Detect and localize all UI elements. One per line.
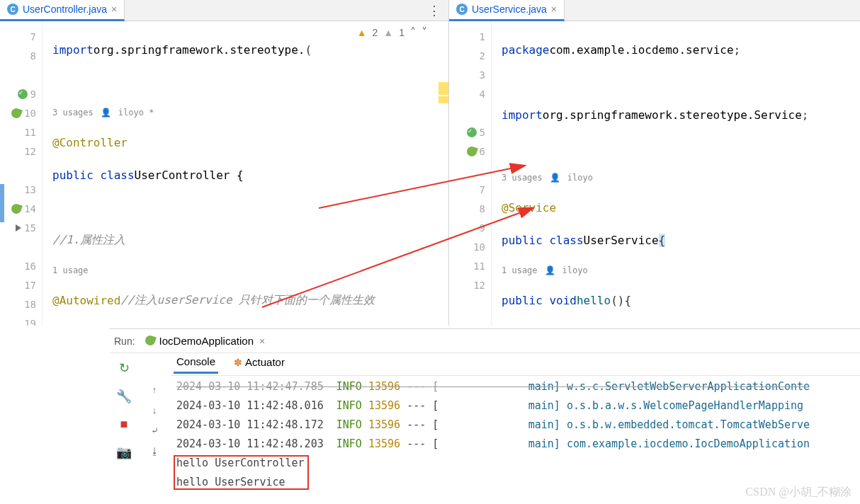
author-hint[interactable]: iloyo	[567, 173, 593, 183]
log-line: 2024-03-10 11:42:47.785 INFO 13596 --- […	[176, 380, 810, 393]
usages-hint[interactable]: 3 usages	[52, 108, 94, 118]
kw: public class	[52, 168, 135, 182]
java-class-icon: C	[7, 4, 18, 15]
scroll-to-end-icon[interactable]: ⭳	[150, 446, 159, 457]
left-gutter[interactable]: 7 8 . 9 10 11 12 . 13 14 15 . 16 17 18 1…	[0, 21, 43, 326]
spring-bean-icon	[465, 145, 478, 158]
tab-userservice[interactable]: C UserService.java ×	[449, 0, 565, 21]
comment: //1.属性注入	[52, 233, 125, 248]
right-code[interactable]: package com.example.iocdemo.service; imp…	[492, 21, 860, 326]
down-arrow-icon[interactable]: ↓	[152, 405, 157, 416]
class-name: UserService	[584, 234, 659, 247]
author-hint[interactable]: iloyo	[562, 265, 588, 275]
wrench-icon[interactable]: 🔧	[116, 389, 132, 404]
run-tool-window: Run: IocDemoApplication × ↻ 🔧 ■ 📷 ↑ ↓ ⤶ …	[110, 328, 860, 504]
run-label: Run:	[114, 336, 135, 347]
annotation: @Controller	[52, 136, 128, 149]
left-tabs: C UserController.java × ⋮	[0, 0, 448, 21]
comment: //注入userService 只针对下面的一个属性生效	[120, 293, 375, 308]
right-tabs: C UserService.java ×	[449, 0, 860, 21]
usages-hint[interactable]: 3 usages	[502, 173, 543, 183]
usages-hint[interactable]: 1 usage	[502, 265, 538, 275]
run-app-name[interactable]: IocDemoApplication	[159, 335, 254, 347]
user-icon: 👤	[101, 108, 111, 118]
tab-usercontroller[interactable]: C UserController.java ×	[0, 0, 125, 21]
watermark: CSDN @小胡_不糊涂	[746, 485, 851, 500]
spring-bean-icon	[10, 202, 23, 215]
left-code[interactable]: import import org.springframework.stereo…	[43, 21, 448, 326]
more-options-icon[interactable]: ⋮	[428, 3, 441, 18]
up-arrow-icon[interactable]: ↑	[152, 384, 157, 395]
run-tabs: Console ✽Actuator	[171, 353, 860, 376]
log-line: 2024-03-10 11:42:48.203 INFO 13596 --- […	[176, 437, 810, 450]
run-toolbar: ↻ 🔧 ■ 📷	[110, 353, 138, 504]
editor-right-pane: C UserService.java × 1 2 3 4 . 5 6 . 7 8…	[449, 0, 860, 326]
actuator-tab-label: Actuator	[245, 356, 285, 368]
right-gutter[interactable]: 1 2 3 4 . 5 6 . 7 8 9 10 11 12	[449, 21, 492, 326]
brace: {	[659, 234, 666, 247]
user-icon: 👤	[545, 265, 555, 275]
rerun-icon[interactable]: ↻	[119, 360, 130, 376]
console-tab[interactable]: Console	[174, 355, 218, 374]
stdout-line: hello UserController	[176, 457, 305, 469]
close-icon[interactable]: ×	[259, 336, 265, 347]
close-icon[interactable]: ×	[551, 4, 557, 15]
kw: public void	[502, 294, 577, 307]
annotation: @Autowired	[52, 294, 120, 307]
usages-hint[interactable]: 1 usage	[52, 265, 89, 275]
log-line: 2024-03-10 11:42:48.172 INFO 13596 --- […	[176, 418, 810, 431]
soft-wrap-icon[interactable]: ⤶	[151, 425, 159, 436]
class-name: UserController {	[135, 168, 244, 182]
log-line: 2024-03-10 11:42:48.016 INFO 13596 --- […	[176, 399, 803, 412]
user-icon: 👤	[550, 173, 560, 183]
kw: public class	[502, 234, 584, 247]
java-class-icon: C	[456, 4, 468, 15]
editor-left-pane: C UserController.java × ⋮ ▲2 ▲1 ˄ ˅ 7 8 …	[0, 0, 449, 326]
spring-bean-icon	[10, 107, 23, 120]
actuator-tab[interactable]: ✽Actuator	[231, 356, 288, 372]
coverage-ok-icon	[467, 127, 477, 137]
annotation: @Service	[502, 201, 556, 214]
punct: (){	[611, 294, 631, 307]
spring-boot-icon	[145, 336, 157, 347]
console-output[interactable]: 2024-03-10 11:42:47.785 INFO 13596 --- […	[171, 376, 860, 495]
tab-label: UserService.java	[472, 4, 547, 15]
coverage-ok-icon	[18, 89, 28, 99]
stdout-line: hello UserService	[176, 476, 285, 488]
method: hello	[577, 294, 611, 307]
close-icon[interactable]: ×	[111, 4, 117, 15]
console-toolbar: ↑ ↓ ⤶ ⭳	[138, 353, 171, 504]
actuator-icon: ✽	[234, 357, 242, 368]
stop-icon[interactable]: ■	[120, 417, 128, 432]
camera-icon[interactable]: 📷	[116, 445, 132, 460]
run-gutter-icon[interactable]	[16, 224, 21, 231]
run-header: Run: IocDemoApplication ×	[110, 329, 860, 353]
vcs-change-marker	[0, 184, 4, 222]
tab-label: UserController.java	[23, 4, 107, 15]
author-hint[interactable]: iloyo *	[118, 108, 154, 118]
